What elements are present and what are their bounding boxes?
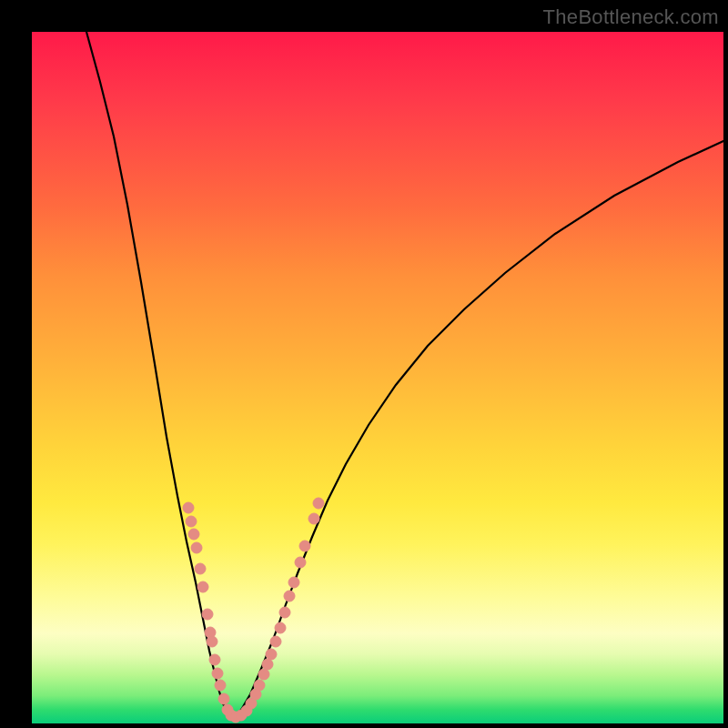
data-point-marker bbox=[186, 516, 197, 527]
curve-layer bbox=[32, 32, 723, 723]
data-point-marker bbox=[202, 609, 213, 620]
data-point-marker bbox=[275, 622, 286, 633]
data-point-marker bbox=[299, 541, 310, 551]
watermark-text: TheBottleneck.com bbox=[543, 5, 719, 29]
data-point-marker bbox=[212, 668, 223, 679]
data-point-marker bbox=[266, 649, 277, 660]
plot-area bbox=[32, 32, 723, 723]
data-point-marker bbox=[209, 654, 220, 665]
data-point-marker bbox=[295, 557, 306, 568]
right-ascending-curve bbox=[232, 141, 723, 717]
data-point-marker bbox=[258, 669, 269, 680]
data-point-marker bbox=[284, 591, 295, 602]
data-point-marker bbox=[313, 498, 324, 509]
data-point-marker bbox=[188, 529, 199, 540]
data-point-marker bbox=[215, 680, 226, 691]
chart-frame: TheBottleneck.com bbox=[0, 0, 728, 728]
data-point-marker bbox=[254, 680, 265, 691]
data-point-marker bbox=[262, 659, 273, 670]
data-point-marker bbox=[191, 542, 202, 553]
data-point-marker bbox=[279, 607, 290, 618]
data-point-marker bbox=[270, 636, 281, 647]
data-point-marker bbox=[183, 502, 194, 513]
data-point-marker bbox=[288, 577, 299, 588]
data-point-marker bbox=[195, 563, 206, 574]
data-point-marker bbox=[197, 581, 208, 592]
data-point-marker bbox=[308, 513, 319, 524]
data-point-marker bbox=[218, 693, 229, 704]
data-point-marker bbox=[207, 636, 217, 647]
